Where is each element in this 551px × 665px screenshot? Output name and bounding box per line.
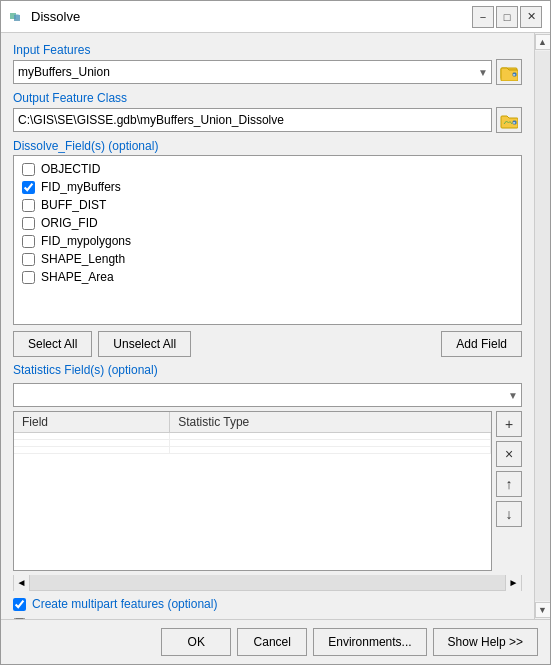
select-all-button[interactable]: Select All <box>13 331 92 357</box>
ok-button[interactable]: OK <box>161 628 231 656</box>
title-bar: Dissolve − □ ✕ <box>1 1 550 33</box>
statistics-dropdown-wrapper: ▼ <box>13 383 522 407</box>
field-column-header: Field <box>14 412 170 433</box>
objectid-label: OBJECTID <box>41 162 100 176</box>
orig-fid-label: ORIG_FID <box>41 216 98 230</box>
maximize-button[interactable]: □ <box>496 6 518 28</box>
scroll-track <box>30 575 505 590</box>
shape-area-label: SHAPE_Area <box>41 270 114 284</box>
fid-mybuffers-label: FID_myBuffers <box>41 180 121 194</box>
statistics-section: Statistics Field(s) (optional) ▼ F <box>13 363 522 591</box>
folder-save-icon <box>500 111 518 129</box>
svg-rect-4 <box>513 73 516 76</box>
statistics-table: Field Statistic Type <box>13 411 492 571</box>
input-features-browse-button[interactable] <box>496 59 522 85</box>
statistics-table-container: Field Statistic Type + <box>13 411 522 571</box>
scroll-down-arrow[interactable]: ▼ <box>535 602 551 618</box>
output-feature-class-input[interactable] <box>13 108 492 132</box>
fid-mybuffers-checkbox[interactable] <box>22 181 35 194</box>
title-controls: − □ ✕ <box>472 6 542 28</box>
add-field-button[interactable]: Add Field <box>441 331 522 357</box>
main-layout: Input Features myBuffers_Union ▼ <box>1 33 550 619</box>
svg-rect-5 <box>513 121 516 124</box>
statistics-side-buttons: + × ↑ ↓ <box>496 411 522 571</box>
minimize-button[interactable]: − <box>472 6 494 28</box>
list-action-buttons-row: Select All Unselect All Add Field <box>13 331 522 357</box>
dissolve-icon <box>9 9 25 25</box>
statistics-select[interactable] <box>13 383 522 407</box>
create-multipart-checkbox[interactable] <box>13 598 26 611</box>
remove-row-button[interactable]: × <box>496 441 522 467</box>
buff-dist-checkbox[interactable] <box>22 199 35 212</box>
close-button[interactable]: ✕ <box>520 6 542 28</box>
list-item[interactable]: SHAPE_Area <box>14 268 521 286</box>
input-features-label: Input Features <box>13 43 522 57</box>
statistics-fields-label: Statistics Field(s) (optional) <box>13 363 522 377</box>
list-item[interactable]: BUFF_DIST <box>14 196 521 214</box>
window-title: Dissolve <box>31 9 80 24</box>
svg-point-2 <box>14 14 20 20</box>
footer-buttons: OK Cancel Environments... Show Help >> <box>1 619 550 664</box>
fid-mypolygons-checkbox[interactable] <box>22 235 35 248</box>
scroll-thumb-area <box>535 51 550 601</box>
output-feature-class-row <box>13 107 522 133</box>
objectid-checkbox[interactable] <box>22 163 35 176</box>
add-row-button[interactable]: + <box>496 411 522 437</box>
environments-button[interactable]: Environments... <box>313 628 426 656</box>
create-multipart-row: Create multipart features (optional) <box>13 597 522 611</box>
list-item[interactable]: FID_mypolygons <box>14 232 521 250</box>
table-row <box>14 440 491 447</box>
show-help-button[interactable]: Show Help >> <box>433 628 538 656</box>
dissolve-fields-listbox[interactable]: OBJECTID FID_myBuffers BUFF_DIST ORIG_FI… <box>13 155 522 325</box>
statistic-type-column-header: Statistic Type <box>170 412 491 433</box>
input-features-select[interactable]: myBuffers_Union <box>13 60 492 84</box>
input-features-dropdown-wrapper: myBuffers_Union ▼ <box>13 60 492 84</box>
orig-fid-checkbox[interactable] <box>22 217 35 230</box>
buff-dist-label: BUFF_DIST <box>41 198 106 212</box>
dissolve-fields-section: Dissolve_Field(s) (optional) OBJECTID FI… <box>13 139 522 325</box>
dissolve-fields-label: Dissolve_Field(s) (optional) <box>13 139 522 153</box>
main-content: Input Features myBuffers_Union ▼ <box>1 33 534 619</box>
input-features-row: myBuffers_Union ▼ <box>13 59 522 85</box>
cancel-button[interactable]: Cancel <box>237 628 307 656</box>
scroll-up-arrow[interactable]: ▲ <box>535 34 551 50</box>
scroll-left-button[interactable]: ◄ <box>14 575 30 591</box>
move-down-button[interactable]: ↓ <box>496 501 522 527</box>
input-features-section: Input Features myBuffers_Union ▼ <box>13 43 522 85</box>
fid-mypolygons-label: FID_mypolygons <box>41 234 131 248</box>
vertical-scrollbar[interactable]: ▲ ▼ <box>534 33 550 619</box>
shape-length-checkbox[interactable] <box>22 253 35 266</box>
table-row <box>14 447 491 454</box>
create-multipart-label[interactable]: Create multipart features (optional) <box>32 597 217 611</box>
title-bar-left: Dissolve <box>9 9 80 25</box>
table-row <box>14 433 491 440</box>
list-item[interactable]: ORIG_FID <box>14 214 521 232</box>
shape-length-label: SHAPE_Length <box>41 252 125 266</box>
scroll-right-button[interactable]: ► <box>505 575 521 591</box>
output-feature-class-browse-button[interactable] <box>496 107 522 133</box>
list-item[interactable]: SHAPE_Length <box>14 250 521 268</box>
list-item[interactable]: FID_myBuffers <box>14 178 521 196</box>
output-feature-class-label: Output Feature Class <box>13 91 522 105</box>
horizontal-scrollbar[interactable]: ◄ ► <box>13 575 522 591</box>
move-up-button[interactable]: ↑ <box>496 471 522 497</box>
output-feature-class-section: Output Feature Class <box>13 91 522 133</box>
shape-area-checkbox[interactable] <box>22 271 35 284</box>
list-item[interactable]: OBJECTID <box>14 160 521 178</box>
dissolve-dialog: Dissolve − □ ✕ Input Features myBuffers_… <box>0 0 551 665</box>
folder-icon <box>500 63 518 81</box>
unselect-all-button[interactable]: Unselect All <box>98 331 191 357</box>
